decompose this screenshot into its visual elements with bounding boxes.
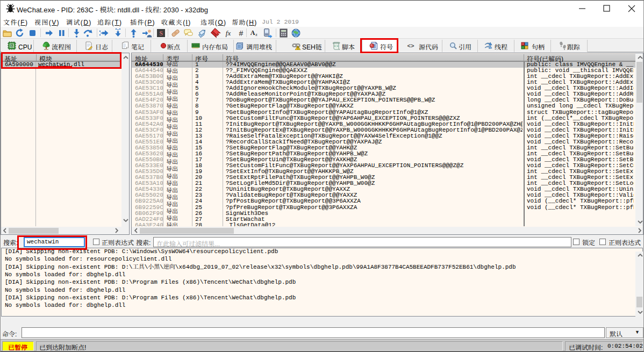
svg-text:!: ! (297, 46, 298, 50)
svg-text:<>: <> (334, 44, 338, 48)
svg-text:S: S (159, 30, 163, 37)
svg-text:#: # (239, 29, 244, 38)
svg-text:A: A (251, 29, 255, 37)
svg-text:fx: fx (226, 29, 231, 37)
svg-text:<>: <> (407, 43, 414, 49)
svg-text:z: z (255, 32, 257, 37)
svg-text:32: 32 (10, 44, 13, 47)
